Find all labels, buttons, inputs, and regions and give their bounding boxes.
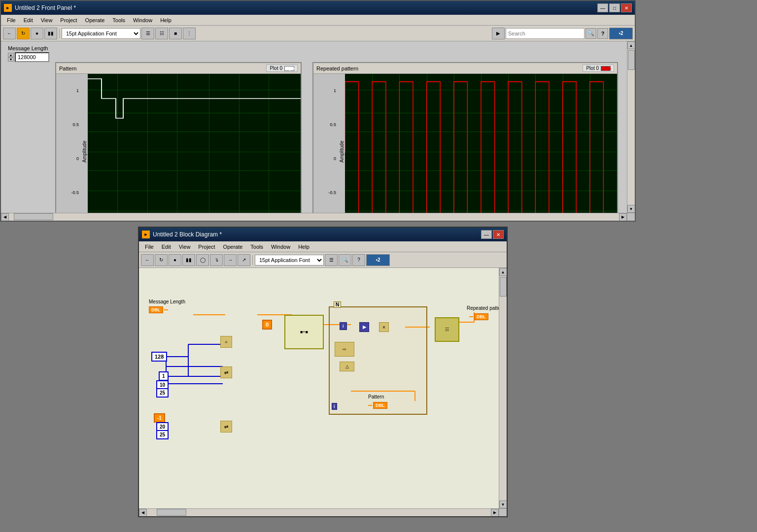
bd-hscroll-right[interactable]: ▶ <box>491 509 499 517</box>
repeated-chart-frame: 1 0.5 0 -0.5 -1 Amplitude <box>313 74 617 221</box>
menu-view[interactable]: View <box>37 16 57 24</box>
bd-menu-tools[interactable]: Tools <box>246 243 267 251</box>
bd-hscroll-left[interactable]: ◀ <box>139 509 147 517</box>
val-25b-box[interactable]: 25 <box>156 430 169 439</box>
search-arrow[interactable]: ▶ <box>492 28 505 39</box>
bd-font-btn[interactable]: ☰ <box>325 254 338 266</box>
bd-menu-file[interactable]: File <box>141 243 158 251</box>
bd-hscroll-thumb[interactable] <box>157 509 186 516</box>
hscroll-left[interactable]: ◀ <box>1 213 9 221</box>
menu-help[interactable]: Help <box>156 16 175 24</box>
spin-down[interactable]: ▼ <box>8 57 14 62</box>
bd-step-out[interactable]: ↗ <box>238 254 250 266</box>
vscroll-down[interactable]: ▼ <box>627 205 635 213</box>
bd-menu-help[interactable]: Help <box>294 243 313 251</box>
bd-step-into[interactable]: ↴ <box>210 254 223 266</box>
pattern-chart-inner: Amplitude <box>81 74 301 221</box>
bd-window-controls[interactable]: ― ✕ <box>481 230 504 239</box>
bd-hscroll-track[interactable] <box>147 509 491 516</box>
window-controls[interactable]: ― □ ✕ <box>597 3 632 12</box>
bd-font-select[interactable]: 15pt Application Font <box>255 255 324 266</box>
bd-highlight[interactable]: ◯ <box>196 254 209 266</box>
color-button[interactable]: ■ <box>169 28 182 39</box>
resize-button[interactable]: ☷ <box>155 28 168 39</box>
bd-menu-window[interactable]: Window <box>267 243 294 251</box>
pattern-dbl-terminal: DBL <box>368 402 387 409</box>
repeated-plot-area[interactable] <box>345 74 617 221</box>
val-128-box[interactable]: 128 <box>151 352 167 362</box>
val-0-orange[interactable]: 0 <box>262 320 272 330</box>
val-1-box[interactable]: 1 <box>159 371 169 381</box>
val-25[interactable]: 25 <box>156 388 169 398</box>
bd-vscroll-down[interactable]: ▼ <box>499 500 507 508</box>
menu-operate[interactable]: Operate <box>81 16 109 24</box>
bd-context[interactable]: ? <box>352 254 365 266</box>
repeated-chart-title: Repeated pattern <box>316 66 358 71</box>
bd-menu-project[interactable]: Project <box>194 243 219 251</box>
val-1[interactable]: 1 <box>159 371 169 381</box>
val-neg1[interactable]: -1 <box>154 413 165 423</box>
bd-menu-view[interactable]: View <box>175 243 195 251</box>
vscroll-up[interactable]: ▲ <box>627 41 635 49</box>
val-25-box[interactable]: 25 <box>156 388 169 398</box>
bd-pause[interactable]: ▮▮ <box>182 254 195 266</box>
i-terminal: i <box>332 403 337 410</box>
bd-menu-edit[interactable]: Edit <box>158 243 175 251</box>
front-panel-toolbar: ← ↻ ● ▮▮ 15pt Application Font ☰ ☷ ■ ⋮ ▶… <box>1 26 635 41</box>
help-button[interactable]: ? <box>597 28 608 39</box>
bd-vscroll-up[interactable]: ▲ <box>499 268 507 276</box>
bd-minimize[interactable]: ― <box>481 230 492 239</box>
bd-icon[interactable]: ▪2 <box>366 254 390 266</box>
menu-file[interactable]: File <box>3 16 20 24</box>
bd-close[interactable]: ✕ <box>493 230 504 239</box>
val-25b[interactable]: 25 <box>156 430 169 439</box>
bd-vscrollbar[interactable]: ▲ ▼ <box>499 268 507 508</box>
bd-sep <box>252 255 253 265</box>
val-0[interactable]: 0 <box>262 320 272 330</box>
bd-hscrollbar[interactable]: ◀ ▶ <box>139 508 499 516</box>
spin-up[interactable]: ▲ <box>8 53 14 57</box>
bd-vscroll-track[interactable] <box>499 276 507 500</box>
message-length-value[interactable]: 128000 <box>15 52 49 62</box>
menu-edit[interactable]: Edit <box>20 16 37 24</box>
repeated-plot-legend[interactable]: Plot 0 <box>583 65 614 72</box>
context-help[interactable]: ▪2 <box>609 28 633 39</box>
vscroll-track[interactable] <box>627 49 635 205</box>
menu-project[interactable]: Project <box>56 16 81 24</box>
hscroll-right[interactable]: ▶ <box>619 213 627 221</box>
arrange-button[interactable]: ⋮ <box>183 28 196 39</box>
val-128[interactable]: 128 <box>151 352 167 362</box>
val-neg1-box[interactable]: -1 <box>154 413 165 423</box>
hscroll-thumb[interactable] <box>14 213 53 220</box>
front-panel-vscrollbar[interactable]: ▲ ▼ <box>627 41 635 213</box>
menu-window[interactable]: Window <box>129 16 156 24</box>
run-button[interactable]: ● <box>31 28 43 39</box>
bd-zoom[interactable]: 🔍 <box>339 254 351 266</box>
menu-tools[interactable]: Tools <box>108 16 129 24</box>
bd-vscroll-thumb[interactable] <box>500 277 507 297</box>
bd-step-over[interactable]: → <box>224 254 237 266</box>
minimize-button[interactable]: ― <box>597 3 608 12</box>
pattern-plot-area[interactable] <box>88 74 301 221</box>
bd-run[interactable]: ● <box>169 254 181 266</box>
search-button[interactable]: 🔍 <box>585 28 596 39</box>
run-continuous-button[interactable]: ▮▮ <box>44 28 57 39</box>
font-select[interactable]: 15pt Application Font <box>62 28 140 39</box>
bd-menu-operate[interactable]: Operate <box>219 243 247 251</box>
bd-menubar: File Edit View Project Operate Tools Win… <box>139 241 507 252</box>
front-panel-hscrollbar[interactable]: ◀ ▶ <box>1 213 627 221</box>
close-button[interactable]: ✕ <box>621 3 632 12</box>
vscroll-thumb[interactable] <box>628 50 635 70</box>
hscroll-track[interactable] <box>9 213 619 221</box>
bd-back[interactable]: ← <box>141 254 154 266</box>
maximize-button[interactable]: □ <box>609 3 620 12</box>
search-input[interactable] <box>506 28 585 39</box>
back-button[interactable]: ← <box>3 28 16 39</box>
text-align-button[interactable]: ☰ <box>141 28 154 39</box>
pattern-color-swatch <box>284 66 294 71</box>
bd-forward[interactable]: ↻ <box>155 254 168 266</box>
forward-button[interactable]: ↻ <box>17 28 30 39</box>
spin-arrows[interactable]: ▲ ▼ <box>8 53 14 62</box>
pattern-plot-legend[interactable]: Plot 0 <box>266 65 298 72</box>
y-tick-3: 0 <box>76 156 79 161</box>
